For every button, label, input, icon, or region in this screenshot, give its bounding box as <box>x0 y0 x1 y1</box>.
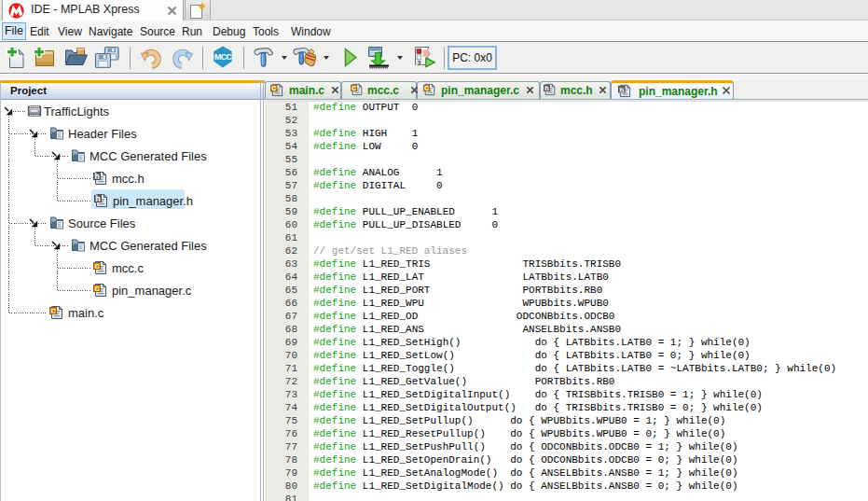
svg-text:3: 3 <box>417 60 420 66</box>
svg-text:MCC: MCC <box>214 52 233 62</box>
